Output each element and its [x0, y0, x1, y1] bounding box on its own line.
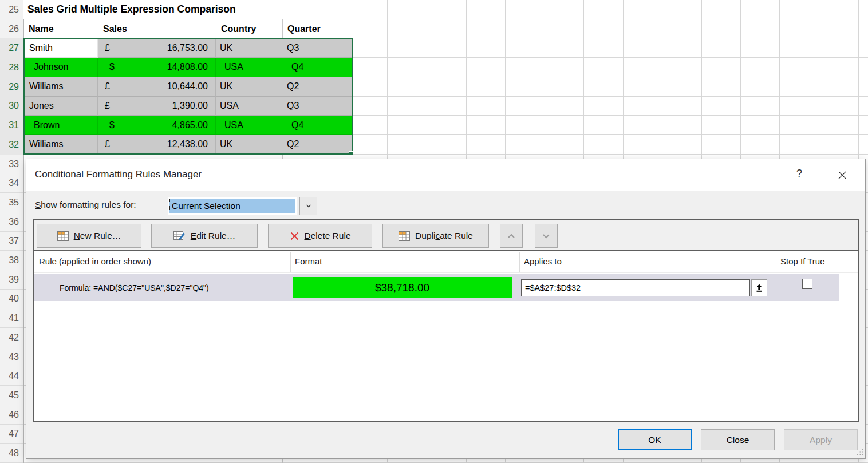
data-row-32: Williams£12,438.00UKQ2	[23, 135, 353, 155]
show-rules-dropdown[interactable]: Current Selection	[168, 197, 317, 215]
cell-D26[interactable]: Quarter	[282, 19, 353, 39]
row-header-32[interactable]: 32	[0, 135, 23, 155]
row-header-column: 2526272829303132333435363738394041424344…	[0, 0, 23, 463]
currency-symbol: £	[105, 43, 110, 53]
row-header-37[interactable]: 37	[0, 232, 23, 251]
move-rule-up-button[interactable]	[500, 224, 523, 248]
cell-C26[interactable]: Country	[216, 19, 282, 39]
selection-fill-handle[interactable]	[349, 151, 353, 156]
header-format: Format	[295, 256, 322, 266]
cell-B32[interactable]: £12,438.00	[98, 135, 216, 155]
data-row-31: Brown$4,865.00USAQ4	[23, 116, 353, 135]
sales-amount: 4,865.00	[172, 120, 208, 130]
format-preview-value: $38,718.00	[375, 282, 429, 294]
row-header-40[interactable]: 40	[0, 290, 23, 309]
row-header-38[interactable]: 38	[0, 251, 23, 270]
resize-grip[interactable]	[857, 448, 864, 457]
row-header-33[interactable]: 33	[0, 155, 23, 174]
row-header-43[interactable]: 43	[0, 347, 23, 367]
row-header-27[interactable]: 27	[0, 38, 23, 58]
cell-D29[interactable]: Q2	[282, 77, 353, 97]
cell-D28[interactable]: Q4	[282, 58, 353, 77]
cell-A32[interactable]: Williams	[23, 135, 98, 155]
cell-A28[interactable]: Johnson	[23, 58, 98, 77]
row-header-29[interactable]: 29	[0, 77, 23, 97]
row-header-39[interactable]: 39	[0, 270, 23, 290]
cell-C29[interactable]: UK	[216, 77, 282, 97]
chevron-down-icon	[305, 203, 312, 209]
cell-C28[interactable]: USA	[216, 58, 282, 77]
rule-row[interactable]: Formula: =AND($C27="USA",$D27="Q4") $38,…	[34, 274, 839, 301]
cell-B29[interactable]: £10,644.00	[98, 77, 216, 97]
cell-D31[interactable]: Q4	[282, 116, 353, 135]
cell-B26[interactable]: Sales	[98, 19, 216, 39]
data-row-28: Johnson$14,808.00USAQ4	[23, 58, 353, 77]
delete-rule-button[interactable]: Delete Rule	[268, 224, 372, 248]
cell-A30[interactable]: Jones	[23, 97, 98, 116]
cell-A31[interactable]: Brown	[23, 116, 98, 135]
cell-B31[interactable]: $4,865.00	[98, 116, 216, 135]
close-button[interactable]: Close	[701, 429, 775, 450]
sheet-title: Sales Grid Multiple Expression Compariso…	[23, 3, 236, 15]
row-header-31[interactable]: 31	[0, 116, 23, 135]
row-header-25[interactable]: 25	[0, 0, 23, 19]
column-header-row: NameSalesCountryQuarter	[23, 19, 353, 39]
header-separator	[519, 252, 520, 272]
ok-button[interactable]: OK	[618, 429, 692, 450]
rules-list: Formula: =AND($C27="USA",$D27="Q4") $38,…	[34, 273, 858, 421]
row-header-45[interactable]: 45	[0, 386, 23, 405]
rule-format-preview: $38,718.00	[293, 277, 512, 298]
row-header-35[interactable]: 35	[0, 193, 23, 212]
dialog-close-button[interactable]	[834, 167, 851, 184]
cell-C27[interactable]: UK	[216, 38, 282, 58]
cell-C31[interactable]: USA	[216, 116, 282, 135]
dropdown-value-box[interactable]: Current Selection	[168, 197, 297, 215]
show-rules-label: Show formatting rules for:	[35, 200, 136, 210]
cell-B27[interactable]: £16,753.00	[98, 38, 216, 58]
edit-rule-button[interactable]: Edit Rule…	[151, 224, 258, 248]
data-row-30: Jones£1,390.00USAQ3	[23, 97, 353, 116]
stop-if-true-checkbox[interactable]	[802, 279, 812, 289]
row-header-47[interactable]: 47	[0, 425, 23, 444]
row-header-34[interactable]: 34	[0, 173, 23, 193]
row-header-30[interactable]: 30	[0, 97, 23, 116]
excel-window: 2526272829303132333435363738394041424344…	[0, 0, 868, 463]
chevron-down-icon	[542, 232, 551, 240]
row-header-28[interactable]: 28	[0, 58, 23, 77]
header-applies-to: Applies to	[524, 256, 562, 266]
apply-button[interactable]: Apply	[784, 429, 858, 450]
rules-list-header: Rule (applied in order shown) Format App…	[34, 252, 858, 273]
duplicate-rule-button[interactable]: Duplicate Rule	[382, 224, 489, 248]
row-header-26[interactable]: 26	[0, 19, 23, 39]
cell-A29[interactable]: Williams	[23, 77, 98, 97]
applies-to-input[interactable]: =$A$27:$D$32	[521, 279, 750, 296]
row-header-36[interactable]: 36	[0, 212, 23, 232]
row-header-41[interactable]: 41	[0, 308, 23, 328]
cell-C32[interactable]: UK	[216, 135, 282, 155]
cell-B30[interactable]: £1,390.00	[98, 97, 216, 116]
duplicate-rule-label: Duplicate Rule	[415, 231, 473, 241]
sales-amount: 14,808.00	[167, 62, 208, 72]
new-rule-button[interactable]: New Rule…	[37, 224, 141, 248]
row-header-42[interactable]: 42	[0, 328, 23, 347]
cell-A26[interactable]: Name	[23, 19, 98, 39]
range-select-arrow-icon	[755, 283, 763, 292]
header-separator	[776, 252, 776, 272]
move-rule-down-button[interactable]	[535, 224, 558, 248]
cell-D32[interactable]: Q2	[282, 135, 353, 155]
cell-C30[interactable]: USA	[216, 97, 282, 116]
row-header-46[interactable]: 46	[0, 405, 23, 425]
row-header-48[interactable]: 48	[0, 444, 23, 463]
cell-D27[interactable]: Q3	[282, 38, 353, 58]
row-header-44[interactable]: 44	[0, 366, 23, 386]
help-button[interactable]: ?	[792, 168, 807, 183]
dialog-title-bar[interactable]: Conditional Formatting Rules Manager ?	[26, 159, 865, 191]
dropdown-button[interactable]	[299, 197, 317, 215]
dialog-title: Conditional Formatting Rules Manager	[35, 169, 202, 180]
cell-A27[interactable]: Smith	[23, 38, 98, 58]
delete-rule-label: Delete Rule	[305, 231, 351, 241]
cell-a25[interactable]: Sales Grid Multiple Expression Compariso…	[23, 0, 353, 19]
collapse-dialog-button[interactable]	[751, 279, 767, 296]
cell-B28[interactable]: $14,808.00	[98, 58, 216, 77]
cell-D30[interactable]: Q3	[282, 97, 353, 116]
